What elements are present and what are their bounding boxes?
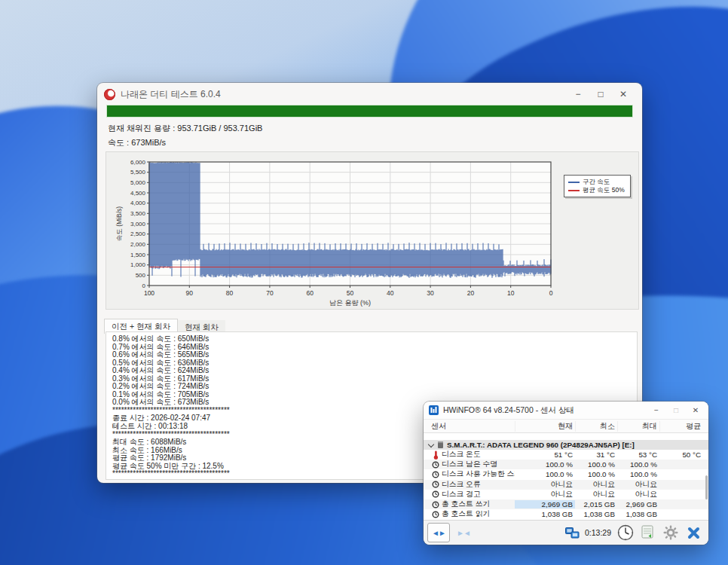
svg-text:2,000: 2,000 [130, 241, 146, 248]
current-speed-label: 속도 : 673MiB/s [108, 137, 166, 148]
sensor-label: 디스크 사용 가능한 스페어 [442, 469, 515, 479]
counter-icon [431, 511, 440, 518]
sensor-value-avg: 50 °C [659, 450, 703, 459]
counter-icon [431, 481, 440, 488]
svg-text:0: 0 [549, 289, 553, 297]
sensor-value-max: 2,969 GB [617, 500, 659, 508]
report-button[interactable] [637, 523, 659, 542]
legend-line-blue [568, 182, 580, 183]
svg-text:30: 30 [427, 289, 434, 297]
close-sensors-button[interactable] [682, 523, 705, 542]
speed-chart: 05001,0001,5002,0002,5003,0003,5004,0004… [106, 152, 638, 309]
speed-chart-panel: 05001,0001,5002,0002,5003,0003,5004,0004… [106, 151, 639, 310]
sensor-row[interactable]: 디스크 온도51 °C31 °C53 °C50 °C [424, 450, 708, 460]
svg-text:4,000: 4,000 [130, 200, 146, 206]
svg-text:40: 40 [387, 289, 394, 297]
network-computers-icon [565, 527, 580, 539]
sensor-value-current: 51 °C [515, 450, 575, 459]
sensor-value-min: 아니요 [575, 490, 617, 499]
sensor-value-min: 1,038 GB [575, 510, 617, 518]
expand-columns-button[interactable]: ◄► [427, 523, 450, 542]
minimize-button[interactable]: − [647, 404, 666, 417]
maximize-button[interactable]: □ [589, 86, 612, 102]
close-x-icon [687, 527, 700, 539]
column-min[interactable]: 최소 [575, 421, 617, 432]
sensor-label: 디스크 경고 [442, 490, 515, 499]
close-button[interactable]: ✕ [686, 404, 705, 417]
minimize-button[interactable]: − [567, 86, 589, 102]
sensor-row[interactable]: 디스크 사용 가능한 스페어100.0 %100.0 %100.0 % [424, 469, 708, 479]
svg-text:60: 60 [306, 289, 314, 297]
arrows-out-icon: ◄► [432, 529, 445, 537]
hwinfo-app-icon [429, 405, 439, 415]
column-current[interactable]: 현재 [515, 421, 575, 432]
sensor-value-current: 100.0 % [515, 470, 575, 478]
hwinfo-toolbar: ◄► ►◄ 0:13:29 [424, 520, 708, 545]
sensor-value-max: 아니요 [617, 490, 659, 499]
close-button[interactable]: ✕ [612, 86, 635, 102]
hwinfo-sensor-window: HWiNFO® 64 v8.24-5700 - 센서 상태 − □ ✕ 센서 현… [424, 402, 708, 545]
sensor-value-current: 1,038 GB [515, 510, 575, 518]
sensor-row[interactable]: 디스크 오류아니요아니요아니요 [424, 480, 708, 490]
log-line: 0.8% 에서의 속도 : 650MiB/s [112, 335, 631, 344]
maximize-button[interactable]: □ [666, 404, 686, 417]
svg-text:1,500: 1,500 [130, 252, 146, 258]
sensor-value-min: 100.0 % [575, 470, 617, 478]
svg-text:2,500: 2,500 [130, 231, 146, 237]
column-max[interactable]: 최대 [617, 421, 659, 432]
naraeon-titlebar[interactable]: 나래온 더티 테스트 6.0.4 − □ ✕ [97, 83, 642, 105]
clock-icon [617, 524, 634, 541]
legend-item-average-speed: 평균 속도 50% [568, 186, 625, 194]
hwinfo-window-title: HWiNFO® 64 v8.24-5700 - 센서 상태 [443, 405, 574, 416]
sensor-label: 총 호스트 읽기 [442, 509, 515, 519]
chevron-down-icon[interactable] [428, 441, 434, 447]
counter-icon [431, 490, 440, 498]
test-progress-fill [107, 105, 632, 117]
svg-text:1,000: 1,000 [130, 261, 146, 268]
settings-button[interactable] [659, 523, 682, 542]
report-table-icon [641, 525, 656, 540]
smart-group-label: S.M.A.R.T.: ADATA LEGEND 960 (2P4829AJN5… [447, 441, 635, 449]
scrollbar-thumb[interactable] [705, 475, 708, 499]
sensor-value-current: 2,969 GB [515, 500, 575, 508]
sensor-label: 디스크 남은 수명 [442, 460, 515, 469]
sensor-label: 총 호스트 쓰기 [442, 499, 515, 509]
legend-line-red [568, 190, 580, 191]
sensor-value-min: 아니요 [575, 480, 617, 490]
sensor-row[interactable]: 디스크 남은 수명100.0 %100.0 %100.0 % [424, 460, 708, 469]
filled-capacity-label: 현재 채워진 용량 : 953.71GiB / 953.71GiB [108, 123, 262, 134]
svg-text:80: 80 [226, 289, 234, 297]
test-progress-bar [106, 105, 633, 118]
sensor-table-header[interactable]: 센서 현재 최소 최대 평균 [424, 420, 708, 433]
hwinfo-titlebar[interactable]: HWiNFO® 64 v8.24-5700 - 센서 상태 − □ ✕ [424, 402, 708, 420]
sensor-row[interactable]: 총 호스트 읽기1,038 GB1,038 GB1,038 GB [424, 509, 708, 519]
collapse-columns-button[interactable]: ►◄ [452, 523, 475, 542]
sensor-value-max: 1,038 GB [617, 510, 659, 518]
counter-icon [431, 471, 440, 478]
svg-text:5,000: 5,000 [130, 179, 146, 186]
svg-text:3,500: 3,500 [130, 210, 146, 217]
sensor-value-min: 2,015 GB [575, 500, 617, 508]
clock-button[interactable] [614, 523, 637, 542]
svg-text:50: 50 [347, 289, 354, 297]
svg-text:3,000: 3,000 [130, 221, 146, 228]
sensor-table-body: S.M.A.R.T.: ADATA LEGEND 960 (2P4829AJN5… [424, 440, 708, 528]
remote-monitoring-button[interactable] [561, 523, 583, 542]
sensor-row[interactable]: 총 호스트 쓰기2,969 GB2,015 GB2,969 GB [424, 499, 708, 509]
sensor-value-max: 아니요 [617, 480, 659, 490]
arrows-in-icon: ►◄ [457, 529, 470, 537]
sensor-value-current: 100.0 % [515, 460, 575, 469]
svg-text:20: 20 [467, 289, 475, 297]
gear-icon [663, 525, 678, 540]
smart-group-header[interactable]: S.M.A.R.T.: ADATA LEGEND 960 (2P4829AJN5… [424, 440, 708, 450]
svg-text:6,000: 6,000 [130, 159, 146, 166]
svg-text:100: 100 [144, 289, 154, 297]
legend-label: 평균 속도 50% [583, 186, 625, 195]
sensor-value-max: 53 °C [617, 450, 659, 459]
sensor-label: 디스크 오류 [442, 480, 515, 490]
legend-item-interval-speed: 구간 속도 [568, 178, 625, 186]
column-sensor[interactable]: 센서 [431, 421, 515, 432]
sensor-row[interactable]: 디스크 경고아니요아니요아니요 [424, 490, 708, 499]
column-avg[interactable]: 평균 [659, 421, 703, 432]
temperature-icon [431, 450, 440, 460]
